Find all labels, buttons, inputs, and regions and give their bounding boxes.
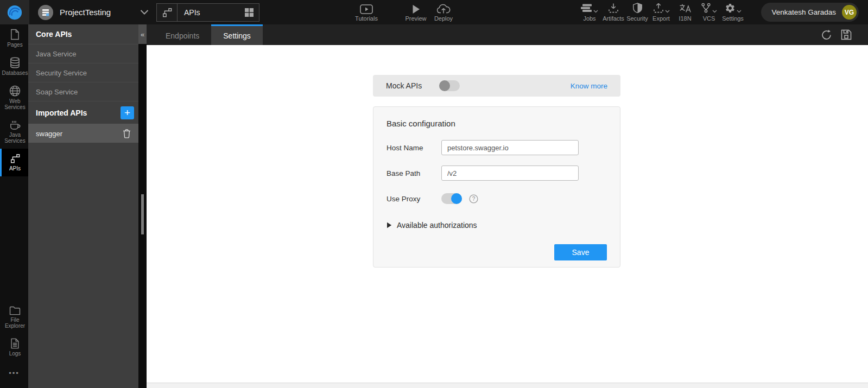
rail-label: File Explorer [2, 317, 28, 329]
left-rail-bottom: File Explorer Logs ••• [0, 302, 28, 388]
sidebar-item-apis[interactable]: APIs [0, 149, 28, 176]
delete-icon[interactable] [123, 129, 131, 138]
chevron-down-icon [737, 10, 742, 13]
list-item-java-service[interactable]: Java Service [28, 44, 138, 63]
rail-label: Logs [9, 351, 22, 357]
rail-label: Databases [2, 70, 29, 76]
apis-sidebar: Core APIs Java Service Security Service … [28, 24, 138, 388]
deploy-icon [436, 3, 451, 14]
rail-label: Java Services [2, 132, 28, 144]
settings-button[interactable]: Settings [721, 3, 744, 22]
list-item-label: swagger [36, 130, 62, 138]
expand-arrow-icon [387, 222, 392, 228]
project-name: ProjectTesting [60, 8, 111, 17]
list-item-soap-service[interactable]: Soap Service [28, 82, 138, 101]
tutorials-icon [360, 3, 373, 14]
topbar-center-tools: Tutorials Preview Deploy [349, 0, 457, 24]
jobs-label: Jobs [583, 15, 595, 22]
tab-endpoints[interactable]: Endpoints [154, 24, 211, 45]
api-node-icon [157, 4, 178, 21]
imported-apis-header: Imported APIs + [28, 101, 138, 124]
mock-apis-toggle[interactable] [439, 80, 460, 91]
list-item-label: Soap Service [36, 88, 78, 96]
left-rail: Pages Databases Web Services Java Servic… [0, 24, 28, 388]
topbar-right-tools: Jobs Artifacts [578, 0, 745, 24]
deploy-button[interactable]: Deploy [430, 3, 457, 22]
app-logo[interactable] [0, 0, 29, 24]
save-button[interactable]: Save [554, 244, 607, 260]
scrollbar-thumb[interactable] [141, 194, 144, 234]
i18n-label: I18N [679, 15, 691, 22]
security-icon [633, 3, 642, 14]
use-proxy-toggle[interactable] [441, 193, 462, 204]
sidebar-item-file-explorer[interactable]: File Explorer [0, 302, 28, 334]
collapse-sidebar-button[interactable]: « [138, 24, 147, 44]
horizontal-scrollbar[interactable] [147, 383, 868, 388]
list-item-label: Java Service [36, 50, 76, 58]
chevron-down-icon [665, 10, 670, 13]
available-authorizations-toggle[interactable]: Available authorizations [387, 221, 607, 230]
artifacts-label: Artifacts [603, 15, 624, 22]
export-button[interactable]: Export [650, 3, 673, 22]
use-proxy-row: Use Proxy ? [387, 193, 607, 204]
basic-configuration-panel: Basic configuration Host Name Base Path … [373, 106, 620, 268]
sidebar-item-pages[interactable]: Pages [0, 24, 28, 53]
base-path-label: Base Path [387, 169, 441, 177]
vcs-button[interactable]: VCS [698, 3, 720, 22]
mock-apis-bar: Mock APIs Know more [373, 75, 620, 97]
java-services-icon [9, 119, 21, 130]
mock-apis-label: Mock APIs [386, 81, 422, 90]
sidebar-scrollbar: « [138, 24, 147, 388]
web-services-icon [9, 85, 21, 97]
available-authorizations-label: Available authorizations [397, 221, 477, 230]
wavemaker-logo-icon [7, 4, 23, 21]
tab-settings[interactable]: Settings [211, 24, 263, 45]
host-name-field[interactable] [441, 140, 579, 155]
security-button[interactable]: Security [626, 3, 649, 22]
sidebar-item-databases[interactable]: Databases [0, 53, 28, 81]
resource-switcher[interactable]: APIs [156, 3, 259, 22]
i18n-button[interactable]: I18N [674, 3, 696, 22]
base-path-field[interactable] [441, 166, 579, 181]
host-name-row: Host Name [387, 140, 607, 155]
user-menu[interactable]: Venkatesh Garadas VG [761, 3, 859, 22]
save-file-icon[interactable] [841, 29, 852, 40]
refresh-icon[interactable] [821, 29, 832, 41]
jobs-button[interactable]: Jobs [578, 3, 601, 22]
imported-apis-title: Imported APIs [36, 109, 87, 117]
add-api-button[interactable]: + [121, 106, 134, 119]
list-item-label: Security Service [36, 69, 87, 77]
know-more-link[interactable]: Know more [571, 82, 607, 90]
list-item-swagger[interactable]: swagger [28, 124, 138, 143]
rail-label: APIs [9, 166, 21, 171]
tab-label: Endpoints [166, 31, 199, 40]
sidebar-item-java-services[interactable]: Java Services [0, 115, 28, 149]
panel-title: Basic configuration [387, 119, 607, 128]
project-icon [38, 5, 53, 20]
help-icon[interactable]: ? [469, 194, 478, 203]
list-item-security-service[interactable]: Security Service [28, 63, 138, 82]
sidebar-item-web-services[interactable]: Web Services [0, 81, 28, 115]
core-apis-header: Core APIs [28, 24, 138, 44]
vcs-icon [701, 3, 711, 14]
apis-icon [10, 153, 21, 164]
core-apis-title: Core APIs [36, 30, 72, 39]
deploy-label: Deploy [434, 15, 453, 22]
preview-icon [412, 3, 420, 14]
chevron-down-icon [712, 10, 717, 13]
tab-label: Settings [223, 31, 251, 40]
use-proxy-label: Use Proxy [387, 195, 441, 203]
chevron-down-icon [593, 10, 598, 13]
databases-icon [10, 57, 20, 68]
toggle-knob [439, 80, 450, 91]
grid-menu-icon[interactable] [244, 8, 254, 17]
artifacts-button[interactable]: Artifacts [602, 3, 625, 22]
more-options-icon[interactable]: ••• [0, 361, 28, 388]
tutorials-button[interactable]: Tutorials [349, 3, 384, 22]
toggle-knob [451, 193, 462, 204]
settings-gear-icon [725, 3, 736, 15]
preview-button[interactable]: Preview [402, 3, 430, 22]
sidebar-item-logs[interactable]: Logs [0, 334, 28, 361]
project-selector[interactable]: ProjectTesting [38, 5, 153, 20]
jobs-icon [581, 4, 592, 14]
